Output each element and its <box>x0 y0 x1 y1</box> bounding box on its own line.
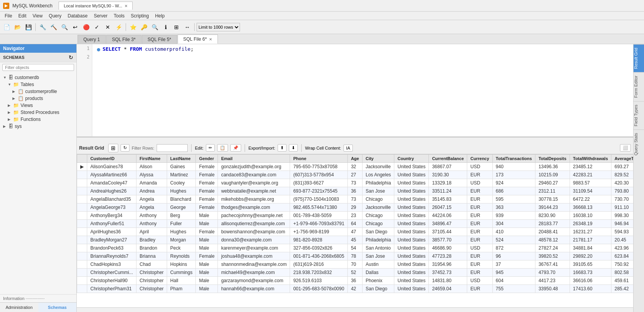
result-hscroll[interactable] <box>77 307 633 312</box>
menu-help[interactable]: Help <box>152 12 168 19</box>
toolbar-search[interactable]: 🔍 <box>150 22 160 32</box>
sql-editor[interactable]: 1 2 ● SELECT * FROM customerprofile; <box>77 44 633 137</box>
th-lastname[interactable]: LastName <box>167 155 196 163</box>
toolbar-save[interactable]: 💾 <box>23 22 33 32</box>
tree-item-products[interactable]: ▶ 📋 products <box>0 95 76 102</box>
th-country[interactable]: Country <box>394 155 429 163</box>
th-totaltransactions[interactable]: TotalTransactions <box>492 155 535 163</box>
cell: joshua48@example.com <box>218 252 290 260</box>
table-row[interactable]: BradleyMorgan27BradleyMorganMaledonna30@… <box>77 236 634 244</box>
filter-objects-input[interactable] <box>2 64 74 71</box>
th-firstname[interactable]: FirstName <box>136 155 167 163</box>
toolbar-btn4[interactable]: ↩ <box>70 22 80 32</box>
import-btn[interactable]: ⬇ <box>289 144 298 152</box>
table-row[interactable]: AngelaGeorge73AngelaGeorgeFemalethodges@… <box>77 203 634 212</box>
th-currentbalance[interactable]: CurrentBalance <box>429 155 467 163</box>
tree-item-customerdb[interactable]: ▼ 🗄 customerdb <box>0 74 76 81</box>
table-row[interactable]: AmandaCooley47AmandaCooleyFemalevaughant… <box>77 179 634 187</box>
sql-tab-file3[interactable]: SQL File 3* <box>106 35 142 44</box>
menu-scripting[interactable]: Scripting <box>128 12 152 19</box>
schemas-tab[interactable]: Schemas <box>38 303 77 312</box>
toolbar-run[interactable]: ⚡ <box>114 22 124 32</box>
th-totalwithdrawals[interactable]: TotalWithdrawals <box>570 155 611 163</box>
right-panel-query-stats[interactable]: Query Stats <box>634 129 644 159</box>
th-phone[interactable]: Phone <box>290 155 348 163</box>
administration-tab[interactable]: Administration <box>0 303 38 312</box>
export-btn[interactable]: ⬆ <box>278 144 287 152</box>
toolbar-btn8[interactable]: ⭐ <box>128 22 138 32</box>
th-gender[interactable]: Gender <box>196 155 218 163</box>
table-row[interactable]: AndreaHughes26AndreaHughesFemalewebbnata… <box>77 187 634 195</box>
schemas-refresh-icon[interactable]: ↻ <box>69 54 73 60</box>
toolbar-btn1[interactable]: 🔧 <box>38 22 48 32</box>
menu-file[interactable]: File <box>2 12 15 19</box>
toolbar-new[interactable]: 📄 <box>2 22 12 32</box>
sql-tab-file6[interactable]: SQL File 6* ✕ <box>178 34 218 44</box>
th-avgtransaction[interactable]: AverageTransactionAm... <box>611 155 633 163</box>
editor-hscroll[interactable] <box>77 137 633 142</box>
menu-view[interactable]: View <box>29 12 46 19</box>
toolbar-open[interactable]: 📂 <box>12 22 22 32</box>
tree-item-tables[interactable]: ▼ 📁 Tables <box>0 81 76 88</box>
table-row[interactable]: ChadHopkins3ChadHopkinsMaleshannonmedina… <box>77 260 634 269</box>
toolbar-btn6[interactable]: ✓ <box>92 22 102 32</box>
result-grid-icon-btn[interactable]: ⊞ <box>108 144 118 152</box>
toolbar-btn9[interactable]: 🔑 <box>139 22 149 32</box>
menu-tools[interactable]: Tools <box>110 12 128 19</box>
sql-tab-file6-close[interactable]: ✕ <box>209 37 212 41</box>
th-age[interactable]: Age <box>348 155 363 163</box>
toolbar-btn7[interactable]: ✕ <box>103 22 113 32</box>
th-email[interactable]: Email <box>218 155 290 163</box>
toolbar-btn3[interactable]: 🔍 <box>59 22 69 32</box>
maximize-btn[interactable]: ⬜ <box>620 144 631 152</box>
cell: 8230.90 <box>535 212 570 220</box>
tree-item-stored-procedures[interactable]: ▶ 📁 Stored Procedures <box>0 109 76 116</box>
table-row[interactable]: AngelaBlanchard35AngelaBlanchardFemalemi… <box>77 195 634 203</box>
table-row[interactable]: ▶AlisonGaines78AlisonGainesFemalegonzale… <box>77 163 634 171</box>
right-panel-result-grid[interactable]: Result Grid <box>634 44 644 72</box>
table-row[interactable]: AnthonyBerg34AnthonyBergMalepachecojohnn… <box>77 212 634 220</box>
tree-item-customerprofile[interactable]: ▶ 📋 customerprofile <box>0 88 76 95</box>
menu-query[interactable]: Query <box>46 12 65 19</box>
toolbar-btn2[interactable]: 🔨 <box>48 22 59 32</box>
tree-item-functions[interactable]: ▶ 📁 Functions <box>0 116 76 123</box>
table-row[interactable]: AnthonyFuller51AnthonyFullerMaleallisonq… <box>77 220 634 228</box>
tree-item-views[interactable]: ▶ 📁 Views <box>0 102 76 109</box>
filter-rows-input[interactable] <box>157 144 188 152</box>
table-row[interactable]: BriannaReynolds7BriannaReynoldsFemalejos… <box>77 252 634 260</box>
data-grid[interactable]: CustomerID FirstName LastName Gender Ema… <box>77 154 633 307</box>
wrap-btn[interactable]: IA <box>344 145 353 152</box>
window-tab-close[interactable]: ✕ <box>124 4 128 8</box>
menu-edit[interactable]: Edit <box>15 12 29 19</box>
tree-item-sys[interactable]: ▶ 🗄 sys <box>0 123 76 130</box>
menu-server[interactable]: Server <box>91 12 110 19</box>
th-city[interactable]: City <box>362 155 394 163</box>
right-panel-field-types[interactable]: Field Types <box>634 101 644 129</box>
table-row[interactable]: ChristopherCummi...ChristopherCummingsMa… <box>77 269 634 277</box>
right-panel-form-editor[interactable]: Form Editor <box>634 72 644 101</box>
table-row[interactable]: ChristopherHall90ChristopherHallMalegarz… <box>77 277 634 285</box>
edit-copy-btn[interactable]: 📋 <box>217 144 228 152</box>
window-tab[interactable]: Local instance MySQL90 - W... ✕ <box>59 2 133 10</box>
toolbar-info[interactable]: ℹ <box>161 22 171 32</box>
edit-pencil-btn[interactable]: ✏ <box>206 144 215 152</box>
cell: allisonqutierrez@example.com <box>218 220 290 228</box>
sql-tab-file5[interactable]: SQL File 5* <box>142 35 177 44</box>
result-refresh-btn[interactable]: ↻ <box>121 144 129 152</box>
table-row[interactable]: BrandonPeck63BrandonPeckMalekarenmeyer@e… <box>77 244 634 252</box>
table-row[interactable]: AlyssaMartinez66AlyssaMartinezFemalecand… <box>77 171 634 179</box>
toolbar-columns[interactable]: ⊞ <box>171 22 181 32</box>
editor-code[interactable]: ● SELECT * FROM customerprofile; <box>92 44 633 60</box>
table-row[interactable]: AprilHughes36AprilHughesFemalebowenshann… <box>77 228 634 236</box>
limit-rows-select[interactable]: Limit to 1000 rows Limit to 200 rows Don… <box>197 23 240 31</box>
th-currency[interactable]: Currency <box>467 155 492 163</box>
edit-paste-btn[interactable]: 📌 <box>230 144 241 152</box>
th-totaldeposits[interactable]: TotalDeposits <box>535 155 570 163</box>
toolbar-wrap[interactable]: ↔ <box>182 22 192 32</box>
row-indicator <box>77 203 87 212</box>
toolbar-btn5[interactable]: 🔴 <box>81 22 91 32</box>
th-customerid[interactable]: CustomerID <box>87 155 136 163</box>
menu-database[interactable]: Database <box>65 12 91 19</box>
table-row[interactable]: ChristopherPham31ChristopherPhamMalehann… <box>77 285 634 293</box>
sql-tab-query1[interactable]: Query 1 <box>78 35 106 44</box>
